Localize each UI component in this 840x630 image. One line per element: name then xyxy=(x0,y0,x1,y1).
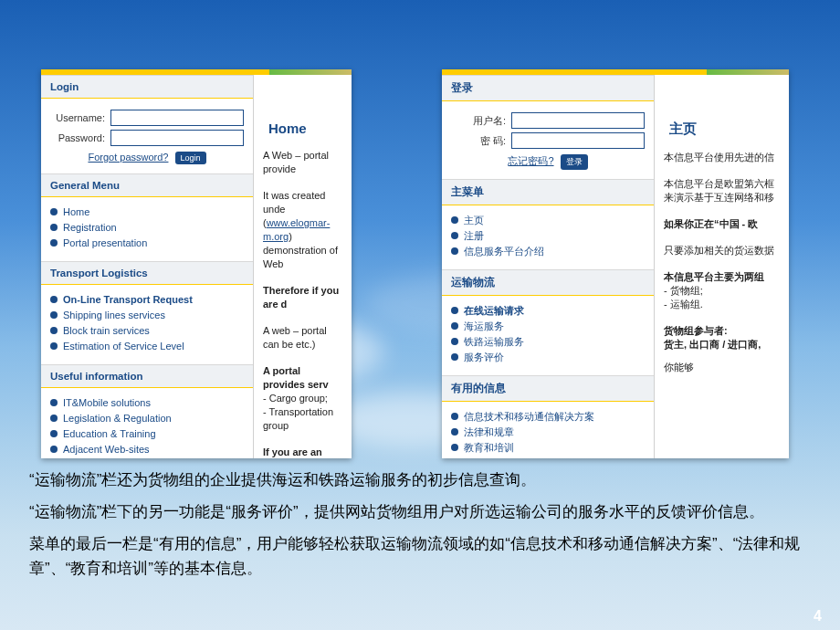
menu-item-service-level[interactable]: Estimation of Service Level xyxy=(63,340,184,352)
menu-item-it-mobile[interactable]: 信息技术和移动通信解决方案 xyxy=(464,410,594,423)
top-stripe xyxy=(41,69,352,75)
login-box-title: Login xyxy=(41,75,253,99)
username-input[interactable] xyxy=(511,112,645,129)
menu-item-block-train[interactable]: Block train services xyxy=(63,324,150,337)
login-box-title: 登录 xyxy=(442,75,654,101)
bullet-icon xyxy=(451,413,458,420)
menu-item-education[interactable]: Education & Training xyxy=(63,427,156,440)
actor-text: If you are an actor fro Cargo owner, exp… xyxy=(263,446,342,458)
created-text: 本信息平台是欧盟第六框 来演示基于互连网络和移 xyxy=(664,177,780,205)
slide-p1: “运输物流”栏还为货物组的企业提供海运和铁路运输服务的初步信息查询。 xyxy=(29,467,803,492)
login-button[interactable]: Login xyxy=(175,152,206,164)
menu-item-portal-presentation[interactable]: Portal presentation xyxy=(63,236,147,249)
menu-item-registration[interactable]: Registration xyxy=(63,221,117,234)
menu-transport: On-Line Transport Request Shipping lines… xyxy=(41,285,253,364)
bullet-icon xyxy=(50,208,58,215)
username-label: 用户名: xyxy=(451,114,511,128)
bullet-icon xyxy=(50,399,58,406)
elogmar-link[interactable]: www.elogmar-m.org xyxy=(263,217,330,242)
menu-item-registration[interactable]: 注册 xyxy=(464,229,484,242)
bullet-icon xyxy=(451,338,458,345)
username-label: Username: xyxy=(50,112,110,123)
screenshot-chinese: 登录 用户名: 密 码: 忘记密码? 登录 xyxy=(442,69,789,458)
menu-item-education[interactable]: 教育和培训 xyxy=(464,441,514,454)
menu-item-legislation[interactable]: 法律和规章 xyxy=(464,425,514,438)
menu-item-portal-presentation[interactable]: 信息服务平台介绍 xyxy=(464,245,544,257)
slide-p3: 菜单的最后一栏是“有用的信息”，用户能够轻松获取运输物流领域的如“信息技术和移动… xyxy=(29,531,803,581)
created-text: It was created unde (www.elogmar-m.org) … xyxy=(263,189,342,271)
menu-item-it-mobile[interactable]: IT&Mobile solutions xyxy=(63,396,151,409)
bullet-icon xyxy=(451,232,458,239)
forgot-password-link[interactable]: 忘记密码? xyxy=(508,155,553,166)
bullet-icon xyxy=(50,415,58,422)
menu-useful: IT&Mobile solutions Legislation & Regula… xyxy=(41,388,253,458)
sidebar-zh: 登录 用户名: 密 码: 忘记密码? 登录 xyxy=(442,75,655,458)
portal-provides-text: 本信息平台主要为两组 - 货物组; - 运输组. xyxy=(664,270,780,311)
main-content-en: Home A Web – portal provide It was creat… xyxy=(254,75,352,458)
page-number: 4 xyxy=(814,608,822,625)
intro-text: 本信息平台使用先进的信 xyxy=(664,151,780,164)
menu-transport: 在线运输请求 海运服务 铁路运输服务 服务评价 xyxy=(442,296,654,375)
menu-item-home[interactable]: Home xyxy=(63,205,89,218)
bullet-icon xyxy=(50,342,58,350)
menu-general: Home Registration Portal presentation xyxy=(41,197,253,261)
page-title: 主页 xyxy=(669,121,780,138)
menu-transport-title: Transport Logistics xyxy=(41,261,253,285)
menu-useful-title: Useful information xyxy=(41,364,253,388)
top-stripe xyxy=(442,69,789,75)
intro-text: A Web – portal provide xyxy=(263,149,342,176)
screenshot-english: Login Username: Password: Forgot passwor… xyxy=(41,69,352,458)
bullet-icon xyxy=(50,239,58,247)
bullet-icon xyxy=(451,247,458,255)
actor-text: 货物组参与者: 货主, 出口商 / 进口商, xyxy=(664,324,780,352)
password-input[interactable] xyxy=(511,132,645,149)
menu-item-adjacent[interactable]: Adjacent Web-sites xyxy=(63,443,150,456)
menu-item-service-level[interactable]: 服务评价 xyxy=(464,351,504,363)
slide-body-text: “运输物流”栏还为货物组的企业提供海运和铁路运输服务的初步信息查询。 “运输物流… xyxy=(29,467,803,588)
menu-transport-title: 运输物流 xyxy=(442,269,654,296)
main-content-zh: 主页 本信息平台使用先进的信 本信息平台是欧盟第六框 来演示基于互连网络和移 如… xyxy=(655,75,789,458)
menu-item-home[interactable]: 主页 xyxy=(464,214,484,226)
bullet-icon xyxy=(50,446,58,453)
bullet-icon xyxy=(50,296,58,303)
menu-item-shipping-lines[interactable]: 海运服务 xyxy=(464,320,504,332)
bullet-icon xyxy=(451,216,458,224)
sidebar-en: Login Username: Password: Forgot passwor… xyxy=(41,75,254,458)
bullet-icon xyxy=(451,444,458,451)
portal-can-text: 只要添加相关的货运数据 xyxy=(664,244,780,257)
forgot-password-link[interactable]: Forgot password? xyxy=(88,152,168,163)
portal-can-text: A web – portal can be etc.) xyxy=(263,324,342,352)
password-label: 密 码: xyxy=(451,134,511,148)
menu-item-legislation[interactable]: Legislation & Regulation xyxy=(63,412,172,425)
bullet-icon xyxy=(50,311,58,319)
bullet-icon xyxy=(451,428,458,436)
menu-item-adjacent[interactable]: 邻近站点 xyxy=(464,457,504,458)
menu-item-online-transport-request[interactable]: 在线运输请求 xyxy=(464,304,524,317)
portal-provides-text: A portal provides serv - Cargo group; - … xyxy=(263,364,342,433)
menu-general-title: General Menu xyxy=(41,173,253,197)
menu-item-online-transport-request[interactable]: On-Line Transport Request xyxy=(63,293,193,306)
menu-item-shipping-lines[interactable]: Shipping lines services xyxy=(63,309,165,321)
bullet-icon xyxy=(451,307,458,314)
bullet-icon xyxy=(451,322,458,330)
you-can-text: 你能够 xyxy=(664,361,780,374)
menu-item-block-train[interactable]: 铁路运输服务 xyxy=(464,335,524,348)
password-input[interactable] xyxy=(110,130,244,146)
bullet-icon xyxy=(50,430,58,437)
bullet-icon xyxy=(451,353,458,361)
menu-general: 主页 注册 信息服务平台介绍 xyxy=(442,205,654,269)
bullet-icon xyxy=(50,224,58,231)
username-input[interactable] xyxy=(110,110,244,126)
menu-useful-title: 有用的信息 xyxy=(442,375,654,402)
bullet-icon xyxy=(50,327,58,334)
therefore-text: 如果你正在“中国 - 欧 xyxy=(664,217,780,231)
login-button[interactable]: 登录 xyxy=(561,154,588,170)
menu-useful: 信息技术和移动通信解决方案 法律和规章 教育和培训 邻近站点 联系 xyxy=(442,402,654,458)
therefore-text: Therefore if you are d xyxy=(263,284,342,311)
password-label: Password: xyxy=(50,132,110,143)
menu-general-title: 主菜单 xyxy=(442,179,654,205)
slide-p2: “运输物流”栏下的另一功能是“服务评价”，提供网站货物组用户对所选运输公司的服务… xyxy=(29,499,803,524)
page-title: Home xyxy=(268,121,342,136)
